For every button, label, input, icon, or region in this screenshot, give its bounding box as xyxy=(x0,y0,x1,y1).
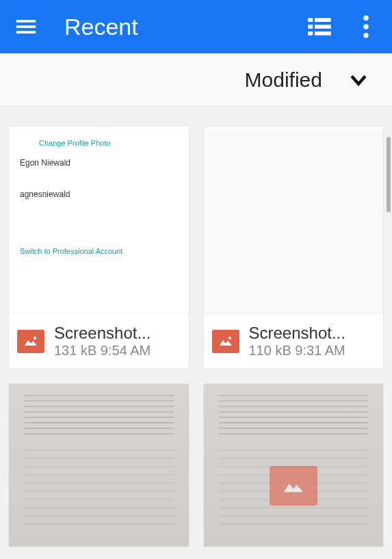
svg-rect-8 xyxy=(315,31,331,36)
file-info: Screenshot... 131 kB 9:54 AM xyxy=(9,313,189,369)
svg-marker-12 xyxy=(25,340,37,346)
file-name: Screenshot... xyxy=(249,324,345,343)
sort-label: Modified xyxy=(245,68,322,92)
svg-point-9 xyxy=(363,16,368,21)
file-details: 131 kB 9:54 AM xyxy=(54,343,151,359)
svg-rect-5 xyxy=(308,25,313,29)
svg-marker-14 xyxy=(220,340,232,346)
page-title: Recent xyxy=(64,14,287,40)
image-icon xyxy=(270,466,317,506)
chevron-down-icon xyxy=(347,68,370,92)
svg-rect-0 xyxy=(16,20,36,23)
file-thumbnail: Change Profile Photo Egon Niewald agnesn… xyxy=(9,127,189,313)
file-thumbnail xyxy=(204,384,384,547)
file-thumbnail xyxy=(9,384,189,547)
svg-rect-7 xyxy=(308,31,313,36)
file-grid-row xyxy=(0,383,392,547)
image-icon xyxy=(212,330,239,353)
file-card[interactable]: Change Profile Photo Egon Niewald agnesn… xyxy=(8,126,190,369)
svg-point-13 xyxy=(34,337,36,339)
file-grid: Change Profile Photo Egon Niewald agnesn… xyxy=(0,107,392,369)
svg-point-11 xyxy=(363,33,368,38)
more-vert-icon[interactable] xyxy=(352,13,380,40)
file-details: 110 kB 9:31 AM xyxy=(249,343,345,359)
file-thumbnail xyxy=(204,127,384,313)
svg-rect-2 xyxy=(16,31,36,34)
svg-rect-6 xyxy=(315,25,331,29)
list-view-icon[interactable] xyxy=(306,13,333,40)
svg-point-10 xyxy=(363,24,368,29)
file-card[interactable] xyxy=(203,383,384,547)
scrollbar[interactable] xyxy=(387,137,391,212)
svg-rect-1 xyxy=(16,25,36,28)
file-card[interactable]: Screenshot... 110 kB 9:31 AM xyxy=(203,126,384,369)
svg-rect-4 xyxy=(315,18,331,22)
app-bar: Recent xyxy=(0,0,392,53)
file-info: Screenshot... 110 kB 9:31 AM xyxy=(204,313,384,369)
file-name: Screenshot... xyxy=(54,324,151,343)
image-icon xyxy=(17,330,44,353)
hamburger-menu-icon[interactable] xyxy=(12,13,40,40)
svg-point-15 xyxy=(228,337,231,339)
svg-marker-16 xyxy=(284,484,303,492)
sort-bar[interactable]: Modified xyxy=(0,53,392,107)
file-card[interactable] xyxy=(8,383,190,547)
svg-rect-3 xyxy=(308,18,313,22)
